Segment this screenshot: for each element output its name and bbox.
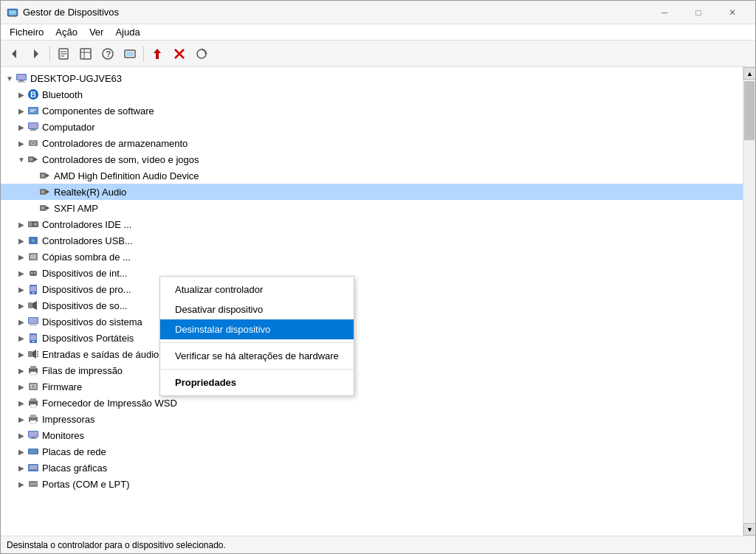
context-menu-scan[interactable]: Verificar se há alterações de hardware [160, 346, 354, 366]
tree-item-audio-io[interactable]: ▶ Entradas e saídas de áudio [1, 346, 743, 362]
tree-item-sxfi-amp-label: SXFI AMP [54, 203, 98, 214]
tree-item-audio-ctrl[interactable]: ▼ Controladores de som, vídeo e jogos [1, 151, 743, 167]
expand-audio-ctrl[interactable]: ▼ [16, 153, 27, 165]
toolbar-btn-properties[interactable] [53, 44, 74, 64]
tree-item-print-queue[interactable]: ▶ Filas de impressão [1, 362, 743, 378]
expand-hid[interactable]: ▶ [16, 267, 27, 279]
expand-software[interactable]: ▶ [16, 105, 27, 117]
tree-item-sxfi-amp[interactable]: ▶ SXFI AMP [1, 200, 743, 216]
tree-item-graphics[interactable]: ▶ Placas gráficas [1, 460, 743, 476]
expand-ports[interactable]: ▶ [16, 478, 27, 490]
firmware-icon [27, 381, 39, 392]
expand-monitors[interactable]: ▶ [16, 429, 27, 441]
expand-printers[interactable]: ▶ [16, 413, 27, 425]
tree-item-usb[interactable]: ▶ Controladores USB... [1, 232, 743, 249]
back-button[interactable] [4, 44, 24, 64]
tree-item-shadow[interactable]: ▶ Cópias sombra de ... [1, 249, 743, 265]
menu-ajuda[interactable]: Ajuda [109, 25, 145, 39]
menu-ficheiro[interactable]: Ficheiro [4, 25, 49, 39]
scroll-track[interactable] [743, 80, 755, 523]
tree-view[interactable]: ▼ DESKTOP-UGJVE63 ▶ B [1, 67, 743, 536]
expand-portable[interactable]: ▶ [16, 283, 27, 295]
context-menu-uninstall[interactable]: Desinstalar dispositivo [160, 319, 354, 339]
expand-network[interactable]: ▶ [16, 446, 27, 457]
context-menu-properties[interactable]: Propriedades [160, 373, 354, 392]
svg-rect-80 [30, 372, 36, 375]
tree-item-portable[interactable]: ▶ Dispositivos de pro... [1, 281, 743, 297]
tree-item-monitors[interactable]: ▶ Monitores [1, 427, 743, 443]
svg-text:?: ? [106, 49, 111, 58]
tree-item-print-queue-label: Filas de impressão [42, 365, 123, 376]
tree-item-portables-label: Dispositivos Portáteis [42, 333, 134, 344]
print-queue-icon [27, 364, 39, 376]
tree-item-printers[interactable]: ▶ Impressoras [1, 411, 743, 427]
tree-item-hid[interactable]: ▶ Dispositivos de int... [1, 265, 743, 281]
expand-usb[interactable]: ▶ [16, 235, 27, 246]
svg-rect-68 [29, 318, 38, 323]
vertical-scrollbar[interactable]: ▲ ▼ [743, 67, 755, 536]
expand-storage[interactable]: ▶ [16, 137, 27, 149]
tree-item-system[interactable]: ▶ Dispositivos do sistema [1, 314, 743, 330]
scroll-down-btn[interactable]: ▼ [743, 523, 755, 536]
svg-rect-3 [9, 16, 16, 17]
tree-item-ports[interactable]: ▶ Portas (COM e LPT) [1, 476, 743, 492]
tree-item-portables[interactable]: ▶ Dispositivos Portáteis [1, 330, 743, 346]
scroll-thumb[interactable] [744, 81, 755, 140]
svg-rect-16 [126, 52, 134, 56]
expand-computer[interactable]: ▶ [16, 121, 27, 133]
context-menu-disable[interactable]: Desativar dispositivo [160, 299, 354, 319]
expand-ide[interactable]: ▶ [16, 218, 27, 230]
tree-item-bluetooth[interactable]: ▶ B Bluetooth [1, 86, 743, 103]
expand-firmware[interactable]: ▶ [16, 381, 27, 392]
expand-print-queue[interactable]: ▶ [16, 364, 27, 376]
minimize-button[interactable]: ─ [647, 1, 681, 24]
expand-root[interactable]: ▼ [4, 72, 16, 84]
toolbar-btn-device[interactable] [120, 44, 140, 64]
svg-rect-59 [30, 271, 37, 276]
tree-item-realtek-audio-label: Realtek(R) Audio [54, 187, 126, 198]
system-icon [27, 316, 39, 328]
wsd-icon [27, 397, 39, 409]
tree-item-storage[interactable]: ▶ Controladores de armazenamento [1, 135, 743, 151]
sxfi-amp-icon [39, 202, 51, 214]
expand-audio-io[interactable]: ▶ [16, 348, 27, 360]
tree-root[interactable]: ▼ DESKTOP-UGJVE63 [1, 70, 743, 86]
toolbar-btn-remove[interactable] [169, 44, 190, 64]
svg-rect-25 [19, 80, 24, 82]
main-content: ▼ DESKTOP-UGJVE63 ▶ B [1, 67, 755, 536]
close-button[interactable]: ✕ [715, 1, 749, 24]
expand-wsd[interactable]: ▶ [16, 397, 27, 409]
expand-system[interactable]: ▶ [16, 316, 27, 328]
tree-item-ide[interactable]: ▶ Controladores IDE ... [1, 216, 743, 232]
tree-item-network[interactable]: ▶ Placas de rede [1, 443, 743, 460]
expand-shadow[interactable]: ▶ [16, 251, 27, 263]
expand-bluetooth[interactable]: ▶ [16, 89, 27, 100]
tree-item-computer-label: Computador [42, 122, 95, 133]
tree-item-sound-dev[interactable]: ▶ Dispositivos de so... [1, 297, 743, 314]
window-controls: ─ □ ✕ [647, 1, 749, 24]
toolbar-btn-update[interactable] [147, 44, 168, 64]
tree-item-computer[interactable]: ▶ Computador [1, 119, 743, 135]
menu-ver[interactable]: Ver [83, 25, 110, 39]
tree-item-software[interactable]: ▶ Componentes de software [1, 103, 743, 119]
scroll-up-btn[interactable]: ▲ [743, 67, 755, 80]
toolbar-btn-scan[interactable] [75, 44, 96, 64]
tree-item-amd-audio[interactable]: ▶ AMD High Definition Audio Device [1, 167, 743, 184]
svg-rect-92 [29, 432, 38, 437]
menu-acao[interactable]: Ação [49, 25, 83, 39]
context-menu-update[interactable]: Atualizar controlador [160, 280, 354, 299]
expand-graphics[interactable]: ▶ [16, 462, 27, 474]
svg-point-51 [41, 207, 44, 210]
maximize-button[interactable]: □ [681, 1, 715, 24]
tree-item-realtek-audio[interactable]: ▶ Realtek(R) Audio [1, 184, 743, 200]
toolbar-btn-help[interactable]: ? [97, 44, 118, 64]
svg-marker-18 [154, 49, 161, 59]
forward-button[interactable] [26, 44, 47, 64]
svg-rect-30 [29, 108, 38, 114]
toolbar-btn-refresh[interactable] [191, 44, 212, 64]
expand-sound-dev[interactable]: ▶ [16, 299, 27, 311]
expand-portables[interactable]: ▶ [16, 332, 27, 344]
tree-item-wsd[interactable]: ▶ Fornecedor de Impressão WSD [1, 395, 743, 411]
tree-item-firmware[interactable]: ▶ Firmware [1, 378, 743, 395]
svg-rect-90 [30, 420, 36, 423]
